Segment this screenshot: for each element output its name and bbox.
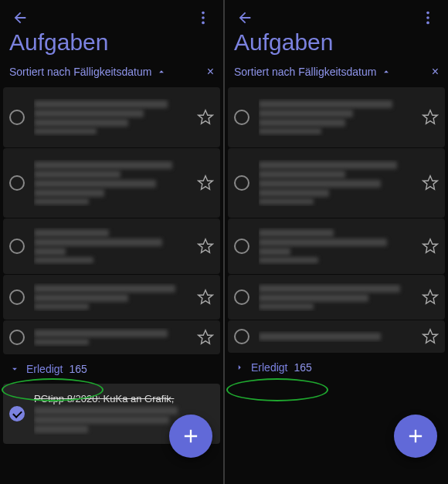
task-content [259, 331, 416, 342]
svg-point-3 [426, 12, 429, 15]
star-icon[interactable] [197, 109, 214, 126]
task-row[interactable] [3, 275, 220, 320]
done-label: Erledigt [251, 361, 287, 374]
task-row[interactable] [3, 320, 220, 354]
sort-label: Sortiert nach Fälligkeitsdatum [234, 66, 376, 78]
svg-point-5 [426, 22, 429, 25]
right-panel: Aufgaben Sortiert nach Fälligkeitsdatum … [225, 0, 448, 484]
more-menu-button[interactable] [194, 8, 212, 27]
back-button[interactable] [11, 8, 29, 27]
svg-point-0 [202, 12, 205, 15]
task-checkbox[interactable] [9, 175, 25, 191]
sort-bar[interactable]: Sortiert nach Fälligkeitsdatum × [0, 62, 223, 86]
done-count: 165 [294, 361, 311, 374]
back-button[interactable] [236, 8, 254, 27]
star-icon[interactable] [422, 174, 439, 191]
task-row[interactable] [3, 87, 220, 147]
task-content [259, 160, 416, 206]
add-task-fab[interactable] [394, 415, 437, 458]
star-icon[interactable] [197, 174, 214, 191]
svg-point-2 [202, 22, 205, 25]
star-icon[interactable] [422, 328, 439, 345]
task-checkbox[interactable] [234, 175, 249, 191]
task-content [34, 160, 191, 206]
topbar [225, 0, 448, 29]
task-list [0, 87, 223, 354]
task-content [34, 328, 191, 347]
task-checkbox[interactable] [9, 239, 25, 254]
sort-close-button[interactable]: × [207, 65, 214, 79]
task-list [225, 87, 448, 353]
task-checkbox-checked[interactable] [9, 406, 25, 421]
task-row[interactable] [3, 218, 220, 274]
sort-bar[interactable]: Sortiert nach Fälligkeitsdatum × [225, 62, 448, 86]
task-checkbox[interactable] [234, 289, 249, 305]
task-row[interactable] [228, 275, 445, 320]
star-icon[interactable] [422, 289, 439, 306]
task-checkbox[interactable] [234, 110, 249, 125]
star-icon[interactable] [422, 109, 439, 126]
task-checkbox[interactable] [234, 239, 249, 254]
task-content [259, 228, 416, 265]
completed-task-title: PCtipp 8/2020: KuKa an Grafik, [34, 393, 214, 404]
task-content [34, 283, 191, 311]
task-row[interactable] [228, 87, 445, 147]
task-content [259, 283, 416, 311]
task-content [34, 228, 191, 265]
svg-point-4 [426, 16, 429, 19]
star-icon[interactable] [197, 329, 214, 346]
caret-up-icon [381, 66, 392, 77]
task-checkbox[interactable] [9, 289, 25, 305]
sort-label: Sortiert nach Fälligkeitsdatum [9, 66, 151, 78]
page-title: Aufgaben [0, 29, 223, 62]
add-task-fab[interactable] [169, 415, 212, 458]
task-content [34, 99, 191, 136]
task-row[interactable] [228, 148, 445, 218]
task-content [259, 99, 416, 136]
done-section-header[interactable]: Erledigt 165 [0, 355, 223, 383]
task-row[interactable] [228, 320, 445, 353]
left-panel: Aufgaben Sortiert nach Fälligkeitsdatum … [0, 0, 223, 484]
task-row[interactable] [228, 218, 445, 274]
chevron-right-icon [234, 362, 245, 373]
annotation-circle [226, 378, 328, 401]
star-icon[interactable] [197, 289, 214, 306]
task-checkbox[interactable] [234, 329, 249, 344]
done-count: 165 [69, 363, 87, 375]
done-label: Erledigt [26, 363, 63, 375]
star-icon[interactable] [422, 238, 439, 255]
chevron-down-icon [9, 364, 20, 374]
caret-up-icon [156, 66, 167, 77]
task-checkbox[interactable] [9, 330, 25, 345]
svg-point-1 [202, 16, 205, 19]
task-checkbox[interactable] [9, 110, 25, 125]
sort-close-button[interactable]: × [432, 65, 439, 79]
page-title: Aufgaben [225, 29, 448, 62]
topbar [0, 0, 223, 29]
task-row[interactable] [3, 148, 220, 218]
star-icon[interactable] [197, 238, 214, 255]
done-section-header[interactable]: Erledigt 165 [225, 354, 448, 381]
more-menu-button[interactable] [419, 8, 437, 27]
